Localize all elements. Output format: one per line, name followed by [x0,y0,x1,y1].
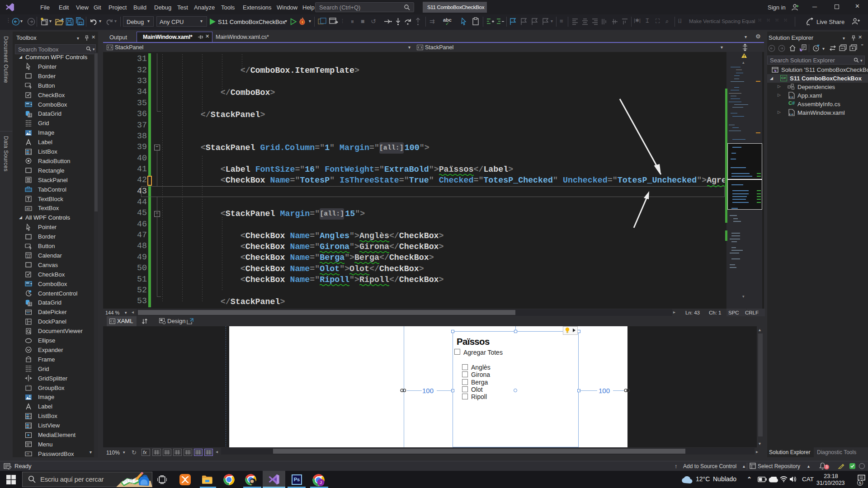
svg-text:**: ** [27,452,29,456]
svg-text:J: J [320,480,322,485]
svg-text:XY: XY [27,385,31,387]
svg-text:abl: abl [26,207,30,210]
svg-text:12: 12 [27,255,30,258]
